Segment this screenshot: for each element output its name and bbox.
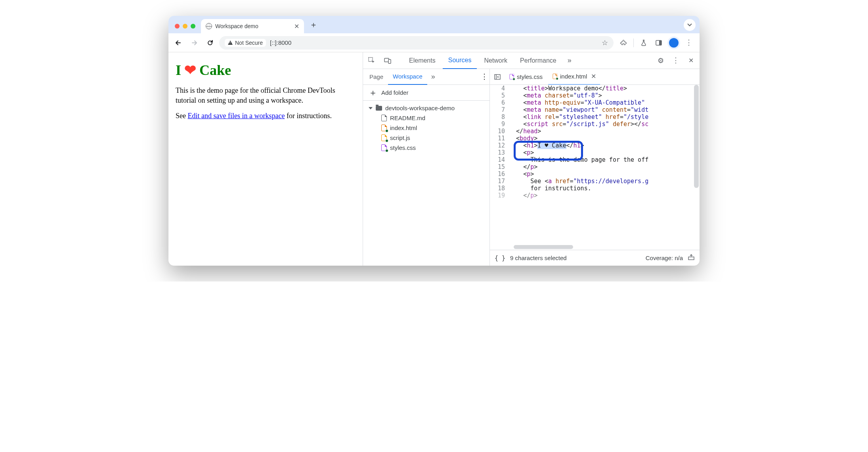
toggle-navigator-button[interactable] — [491, 71, 503, 83]
navigator-tab-workspace[interactable]: Workspace — [388, 69, 427, 85]
kebab-icon — [685, 42, 692, 44]
kebab-icon — [672, 59, 679, 61]
tree-file-styles[interactable]: styles.css — [363, 143, 489, 153]
tree-file-readme[interactable]: README.md — [363, 113, 489, 123]
settings-button[interactable] — [654, 54, 668, 68]
webpage-viewport[interactable]: I ❤ Cake This is the demo page for the o… — [168, 52, 363, 266]
url-toolbar: Not Secure [::]:8000 ☆ — [168, 33, 700, 52]
toolbar-divider — [633, 38, 634, 47]
navigator-more-button[interactable] — [429, 73, 438, 81]
heading-suffix: Cake — [199, 62, 231, 79]
horizontal-scrollbar[interactable] — [514, 245, 573, 249]
tab-sources[interactable]: Sources — [443, 52, 477, 69]
panel-icon — [655, 39, 662, 46]
tab-elements[interactable]: Elements — [403, 52, 441, 69]
folder-icon — [376, 106, 382, 111]
chevron-down-icon — [687, 23, 692, 27]
inspect-element-button[interactable] — [365, 54, 379, 68]
page-heading: I ❤ Cake — [176, 62, 356, 79]
editor-tab-label: index.html — [560, 73, 587, 80]
tutorial-link[interactable]: Edit and save files in a workspace — [188, 112, 285, 120]
window-minimize-button[interactable] — [183, 24, 187, 29]
tab-strip: Workspace demo ✕ ＋ — [168, 16, 700, 33]
devtools-menu-button[interactable] — [669, 54, 683, 68]
chrome-menu-button[interactable] — [683, 37, 695, 49]
security-chip[interactable]: Not Secure — [225, 39, 266, 47]
window-zoom-button[interactable] — [191, 24, 195, 29]
side-panel-button[interactable] — [653, 37, 665, 49]
file-js-icon — [381, 134, 387, 141]
editor-tab-index[interactable]: index.html ✕ — [548, 69, 600, 85]
gear-icon — [658, 56, 664, 65]
tree-file-index[interactable]: index.html — [363, 123, 489, 133]
arrow-right-icon — [191, 39, 198, 46]
svg-rect-4 — [388, 59, 391, 63]
svg-rect-2 — [369, 57, 373, 61]
content-area: I ❤ Cake This is the demo page for the o… — [168, 52, 700, 266]
file-label: script.js — [390, 134, 410, 141]
code-viewport: 4 <title>Workspace demo</title> 5 <meta … — [490, 85, 700, 199]
show-drawer-button[interactable] — [688, 254, 695, 262]
devtools-close-button[interactable]: ✕ — [684, 54, 698, 68]
editor-area: styles.css index.html ✕ 4 <title>Workspa… — [490, 69, 700, 266]
svg-rect-6 — [688, 257, 694, 260]
browser-tab[interactable]: Workspace demo ✕ — [201, 19, 304, 33]
arrow-left-icon — [175, 39, 182, 46]
editor-tab-close[interactable]: ✕ — [591, 73, 596, 80]
caret-down-icon — [369, 107, 373, 109]
tab-title: Workspace demo — [215, 23, 258, 29]
window-close-button[interactable] — [175, 24, 180, 29]
file-html-icon — [553, 74, 557, 79]
file-css-icon — [509, 74, 514, 80]
address-bar[interactable]: Not Secure [::]:8000 ☆ — [219, 36, 614, 50]
add-folder-button[interactable]: ＋ Add folder — [363, 85, 489, 101]
tree-file-script[interactable]: script.js — [363, 133, 489, 143]
url-text: [::]:8000 — [270, 39, 291, 46]
extensions-button[interactable] — [618, 37, 629, 49]
back-button[interactable] — [172, 36, 185, 50]
navigator-menu-button[interactable] — [481, 73, 488, 80]
horizontal-scrollbar-track — [490, 244, 700, 250]
warning-icon — [228, 40, 233, 45]
heart-icon: ❤ — [184, 62, 196, 79]
collapse-left-icon — [494, 73, 501, 80]
more-tabs-button[interactable] — [565, 56, 574, 65]
sources-navigator: Page Workspace ＋ Add folder devtools- — [363, 69, 490, 266]
reload-button[interactable] — [203, 36, 217, 50]
traffic-lights — [175, 24, 195, 29]
bookmark-button[interactable]: ☆ — [602, 38, 608, 47]
tab-search-button[interactable] — [684, 19, 696, 31]
drawer-icon — [688, 254, 695, 261]
extensions-area — [616, 37, 696, 49]
file-css-icon — [381, 144, 387, 151]
tab-close-button[interactable]: ✕ — [294, 23, 299, 30]
folder-label: devtools-workspace-demo — [385, 105, 455, 111]
kebab-icon — [481, 76, 488, 78]
devices-icon — [384, 57, 392, 65]
avatar-icon — [669, 38, 679, 48]
profile-button[interactable] — [668, 37, 680, 49]
editor-statusbar: { } 9 characters selected Coverage: n/a — [490, 250, 700, 266]
tree-folder[interactable]: devtools-workspace-demo — [363, 103, 489, 113]
device-toolbar-button[interactable] — [380, 54, 395, 68]
reload-icon — [206, 39, 214, 46]
experiments-button[interactable] — [638, 37, 650, 49]
selection-status: 9 characters selected — [510, 255, 567, 261]
tab-performance[interactable]: Performance — [514, 52, 562, 69]
forward-button[interactable] — [187, 36, 201, 50]
vertical-scrollbar[interactable] — [694, 85, 699, 188]
editor-tabs: styles.css index.html ✕ — [490, 69, 700, 85]
navigator-tab-page[interactable]: Page — [365, 69, 388, 85]
flask-icon — [640, 39, 647, 46]
tab-network[interactable]: Network — [478, 52, 513, 69]
file-tree: devtools-workspace-demo README.md index.… — [363, 101, 489, 266]
inspect-icon — [368, 57, 376, 65]
format-code-button[interactable]: { } — [495, 255, 505, 262]
devtools-panel: Elements Sources Network Performance ✕ P… — [363, 52, 700, 266]
page-paragraph-2: See Edit and save files in a workspace f… — [176, 111, 356, 121]
page-paragraph-1: This is the demo page for the official C… — [176, 86, 356, 105]
code-editor[interactable]: 4 <title>Workspace demo</title> 5 <meta … — [490, 85, 700, 244]
new-tab-button[interactable]: ＋ — [308, 19, 319, 30]
editor-tab-styles[interactable]: styles.css — [505, 69, 547, 85]
file-icon — [381, 115, 387, 121]
